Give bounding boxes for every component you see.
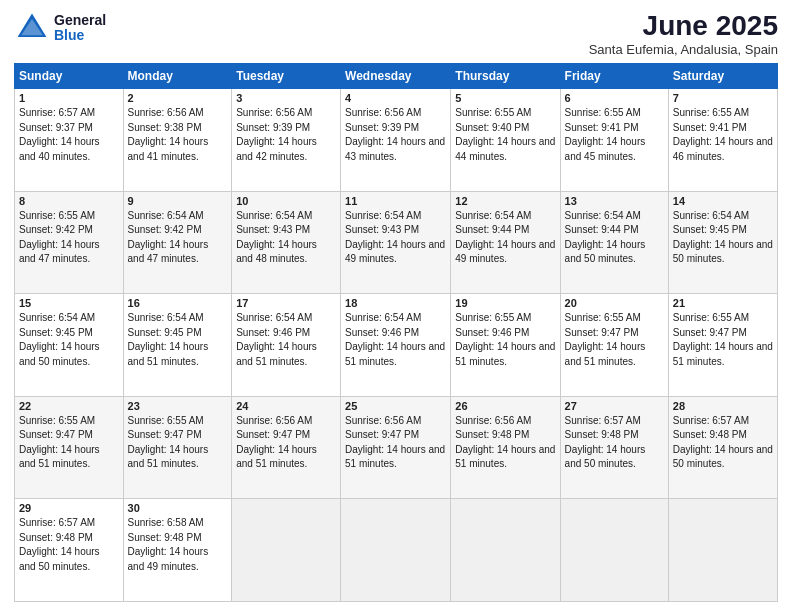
- calendar-week-row: 15 Sunrise: 6:54 AMSunset: 9:45 PMDaylig…: [15, 294, 778, 397]
- table-row: 29 Sunrise: 6:57 AMSunset: 9:48 PMDaylig…: [15, 499, 124, 602]
- day-number: 12: [455, 195, 555, 207]
- table-row: 21 Sunrise: 6:55 AMSunset: 9:47 PMDaylig…: [668, 294, 777, 397]
- day-number: 28: [673, 400, 773, 412]
- table-row: [232, 499, 341, 602]
- col-friday: Friday: [560, 64, 668, 89]
- table-row: 24 Sunrise: 6:56 AMSunset: 9:47 PMDaylig…: [232, 396, 341, 499]
- day-number: 17: [236, 297, 336, 309]
- day-info: Sunrise: 6:55 AMSunset: 9:47 PMDaylight:…: [128, 414, 228, 472]
- table-row: 25 Sunrise: 6:56 AMSunset: 9:47 PMDaylig…: [341, 396, 451, 499]
- day-info: Sunrise: 6:55 AMSunset: 9:47 PMDaylight:…: [19, 414, 119, 472]
- col-wednesday: Wednesday: [341, 64, 451, 89]
- day-info: Sunrise: 6:54 AMSunset: 9:42 PMDaylight:…: [128, 209, 228, 267]
- day-info: Sunrise: 6:56 AMSunset: 9:47 PMDaylight:…: [345, 414, 446, 472]
- calendar-week-row: 29 Sunrise: 6:57 AMSunset: 9:48 PMDaylig…: [15, 499, 778, 602]
- day-number: 4: [345, 92, 446, 104]
- table-row: 5 Sunrise: 6:55 AMSunset: 9:40 PMDayligh…: [451, 89, 560, 192]
- table-row: 16 Sunrise: 6:54 AMSunset: 9:45 PMDaylig…: [123, 294, 232, 397]
- day-info: Sunrise: 6:57 AMSunset: 9:48 PMDaylight:…: [19, 516, 119, 574]
- logo-general-text: General: [54, 13, 106, 28]
- day-info: Sunrise: 6:54 AMSunset: 9:43 PMDaylight:…: [236, 209, 336, 267]
- table-row: 17 Sunrise: 6:54 AMSunset: 9:46 PMDaylig…: [232, 294, 341, 397]
- month-title: June 2025: [589, 10, 778, 42]
- day-info: Sunrise: 6:55 AMSunset: 9:41 PMDaylight:…: [565, 106, 664, 164]
- table-row: 4 Sunrise: 6:56 AMSunset: 9:39 PMDayligh…: [341, 89, 451, 192]
- page: General Blue June 2025 Santa Eufemia, An…: [0, 0, 792, 612]
- day-info: Sunrise: 6:58 AMSunset: 9:48 PMDaylight:…: [128, 516, 228, 574]
- day-number: 13: [565, 195, 664, 207]
- table-row: 9 Sunrise: 6:54 AMSunset: 9:42 PMDayligh…: [123, 191, 232, 294]
- logo: General Blue: [14, 10, 106, 46]
- col-tuesday: Tuesday: [232, 64, 341, 89]
- day-info: Sunrise: 6:54 AMSunset: 9:45 PMDaylight:…: [673, 209, 773, 267]
- table-row: 12 Sunrise: 6:54 AMSunset: 9:44 PMDaylig…: [451, 191, 560, 294]
- day-number: 29: [19, 502, 119, 514]
- day-number: 8: [19, 195, 119, 207]
- day-info: Sunrise: 6:55 AMSunset: 9:46 PMDaylight:…: [455, 311, 555, 369]
- day-info: Sunrise: 6:54 AMSunset: 9:46 PMDaylight:…: [345, 311, 446, 369]
- table-row: 13 Sunrise: 6:54 AMSunset: 9:44 PMDaylig…: [560, 191, 668, 294]
- day-number: 11: [345, 195, 446, 207]
- location: Santa Eufemia, Andalusia, Spain: [589, 42, 778, 57]
- table-row: 1 Sunrise: 6:57 AMSunset: 9:37 PMDayligh…: [15, 89, 124, 192]
- table-row: 30 Sunrise: 6:58 AMSunset: 9:48 PMDaylig…: [123, 499, 232, 602]
- day-info: Sunrise: 6:55 AMSunset: 9:47 PMDaylight:…: [673, 311, 773, 369]
- day-number: 23: [128, 400, 228, 412]
- day-info: Sunrise: 6:55 AMSunset: 9:40 PMDaylight:…: [455, 106, 555, 164]
- day-info: Sunrise: 6:54 AMSunset: 9:44 PMDaylight:…: [565, 209, 664, 267]
- table-row: 6 Sunrise: 6:55 AMSunset: 9:41 PMDayligh…: [560, 89, 668, 192]
- table-row: [668, 499, 777, 602]
- calendar-week-row: 22 Sunrise: 6:55 AMSunset: 9:47 PMDaylig…: [15, 396, 778, 499]
- table-row: 20 Sunrise: 6:55 AMSunset: 9:47 PMDaylig…: [560, 294, 668, 397]
- calendar-week-row: 1 Sunrise: 6:57 AMSunset: 9:37 PMDayligh…: [15, 89, 778, 192]
- day-number: 15: [19, 297, 119, 309]
- day-number: 2: [128, 92, 228, 104]
- day-number: 5: [455, 92, 555, 104]
- day-info: Sunrise: 6:54 AMSunset: 9:45 PMDaylight:…: [19, 311, 119, 369]
- day-info: Sunrise: 6:56 AMSunset: 9:39 PMDaylight:…: [236, 106, 336, 164]
- header: General Blue June 2025 Santa Eufemia, An…: [14, 10, 778, 57]
- calendar: Sunday Monday Tuesday Wednesday Thursday…: [14, 63, 778, 602]
- day-number: 24: [236, 400, 336, 412]
- col-monday: Monday: [123, 64, 232, 89]
- day-number: 27: [565, 400, 664, 412]
- day-number: 14: [673, 195, 773, 207]
- logo-icon: [14, 10, 50, 46]
- table-row: 8 Sunrise: 6:55 AMSunset: 9:42 PMDayligh…: [15, 191, 124, 294]
- day-info: Sunrise: 6:54 AMSunset: 9:44 PMDaylight:…: [455, 209, 555, 267]
- day-number: 6: [565, 92, 664, 104]
- col-saturday: Saturday: [668, 64, 777, 89]
- table-row: [560, 499, 668, 602]
- table-row: 19 Sunrise: 6:55 AMSunset: 9:46 PMDaylig…: [451, 294, 560, 397]
- day-number: 18: [345, 297, 446, 309]
- table-row: 11 Sunrise: 6:54 AMSunset: 9:43 PMDaylig…: [341, 191, 451, 294]
- calendar-week-row: 8 Sunrise: 6:55 AMSunset: 9:42 PMDayligh…: [15, 191, 778, 294]
- table-row: 15 Sunrise: 6:54 AMSunset: 9:45 PMDaylig…: [15, 294, 124, 397]
- day-number: 3: [236, 92, 336, 104]
- day-number: 16: [128, 297, 228, 309]
- table-row: 2 Sunrise: 6:56 AMSunset: 9:38 PMDayligh…: [123, 89, 232, 192]
- day-number: 22: [19, 400, 119, 412]
- table-row: 28 Sunrise: 6:57 AMSunset: 9:48 PMDaylig…: [668, 396, 777, 499]
- day-number: 21: [673, 297, 773, 309]
- day-info: Sunrise: 6:55 AMSunset: 9:41 PMDaylight:…: [673, 106, 773, 164]
- table-row: 18 Sunrise: 6:54 AMSunset: 9:46 PMDaylig…: [341, 294, 451, 397]
- day-number: 20: [565, 297, 664, 309]
- table-row: 27 Sunrise: 6:57 AMSunset: 9:48 PMDaylig…: [560, 396, 668, 499]
- calendar-header-row: Sunday Monday Tuesday Wednesday Thursday…: [15, 64, 778, 89]
- day-info: Sunrise: 6:57 AMSunset: 9:48 PMDaylight:…: [673, 414, 773, 472]
- day-number: 26: [455, 400, 555, 412]
- logo-name: General Blue: [54, 13, 106, 44]
- day-number: 1: [19, 92, 119, 104]
- col-thursday: Thursday: [451, 64, 560, 89]
- col-sunday: Sunday: [15, 64, 124, 89]
- table-row: [451, 499, 560, 602]
- day-info: Sunrise: 6:54 AMSunset: 9:43 PMDaylight:…: [345, 209, 446, 267]
- table-row: 22 Sunrise: 6:55 AMSunset: 9:47 PMDaylig…: [15, 396, 124, 499]
- day-info: Sunrise: 6:54 AMSunset: 9:46 PMDaylight:…: [236, 311, 336, 369]
- day-info: Sunrise: 6:56 AMSunset: 9:47 PMDaylight:…: [236, 414, 336, 472]
- logo-blue-text: Blue: [54, 28, 106, 43]
- table-row: 3 Sunrise: 6:56 AMSunset: 9:39 PMDayligh…: [232, 89, 341, 192]
- table-row: 7 Sunrise: 6:55 AMSunset: 9:41 PMDayligh…: [668, 89, 777, 192]
- table-row: 10 Sunrise: 6:54 AMSunset: 9:43 PMDaylig…: [232, 191, 341, 294]
